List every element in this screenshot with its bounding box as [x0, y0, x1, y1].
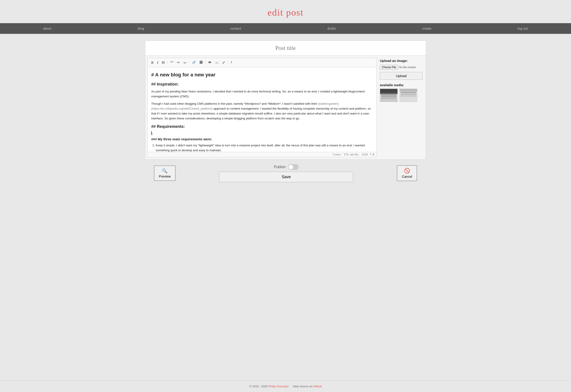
- content-h1: # A new blog for a new year: [151, 71, 373, 79]
- editor-textarea[interactable]: # A new blog for a new year ## Inspirati…: [148, 67, 376, 152]
- toolbar-link-btn[interactable]: 🔗: [191, 60, 197, 65]
- cancel-icon: 🚫: [404, 168, 410, 174]
- nav-item-about[interactable]: about: [38, 23, 57, 34]
- toolbar-italic-btn[interactable]: I: [156, 60, 160, 65]
- toolbar-sep4: [228, 61, 228, 65]
- nav-item-drafts[interactable]: drafts: [322, 23, 341, 34]
- nav-bar: about blog contact drafts create log out: [0, 23, 571, 34]
- content-h2-requirements: ## Requirements:: [151, 123, 373, 130]
- media-thumb-2[interactable]: [399, 89, 417, 102]
- upload-button[interactable]: Upload: [380, 72, 423, 80]
- toggle-slider: [288, 164, 299, 170]
- toolbar-ul-btn[interactable]: •≡: [176, 60, 181, 65]
- content-p2: Though I had used other blogging CMS pla…: [151, 101, 373, 121]
- publish-row: Publish: [274, 164, 299, 170]
- preview-label: Preview: [159, 174, 171, 178]
- available-media-label: available media:: [380, 83, 423, 87]
- page-header: edit post: [0, 0, 571, 23]
- editor-main: B I H “” •≡ 1≡ 🔗 🖼 👁 □□ ⤢ ?: [148, 58, 377, 157]
- footer-source-text: View source on: [293, 385, 313, 388]
- choose-file-button[interactable]: Choose File: [380, 65, 398, 70]
- toolbar-quote-btn[interactable]: “”: [169, 60, 175, 65]
- editor-toolbar: B I H “” •≡ 1≡ 🔗 🖼 👁 □□ ⤢ ?: [148, 58, 376, 67]
- preview-button[interactable]: 🔍 Preview: [154, 166, 176, 181]
- edit-container: A new blog for a new year B I H “” •≡ 1≡…: [145, 41, 426, 160]
- editor-sidebar: Upload an image: Choose File No file cho…: [379, 58, 423, 157]
- nav-item-blog[interactable]: blog: [133, 23, 150, 34]
- post-title-input[interactable]: A new blog for a new year: [145, 41, 426, 56]
- cancel-button[interactable]: 🚫 Cancel: [397, 165, 417, 181]
- media-thumb-1[interactable]: [380, 89, 398, 102]
- publish-label: Publish: [274, 165, 286, 169]
- list-item-1: Keep it simple. I didn't want my "lightw…: [156, 143, 373, 152]
- toolbar-help-btn[interactable]: ?: [229, 60, 234, 65]
- toolbar-image-btn[interactable]: 🖼: [198, 60, 204, 65]
- status-text: lines: 174 words: 1314 7:0: [332, 153, 374, 156]
- editor-wrap: # A new blog for a new year ## Inspirati…: [148, 67, 376, 152]
- page-footer: © 2019 - 2020 Philip Gonzalez View sourc…: [0, 380, 571, 392]
- toolbar-ol-btn[interactable]: 1≡: [182, 60, 188, 65]
- footer-copyright: © 2019 - 2020: [249, 385, 268, 388]
- content-p1: As part of my pending New Years resoluti…: [151, 89, 373, 99]
- publish-toggle[interactable]: [288, 164, 299, 170]
- no-file-text: No file chosen: [399, 66, 416, 69]
- preview-icon: 🔍: [162, 168, 167, 173]
- footer-github-link[interactable]: Github: [313, 385, 322, 388]
- main-content: A new blog for a new year B I H “” •≡ 1≡…: [0, 34, 571, 380]
- cursor-line: |: [151, 131, 373, 135]
- cancel-label: Cancel: [402, 175, 412, 178]
- toolbar-sep1: [167, 61, 167, 65]
- content-list: Keep it simple. I didn't want my "lightw…: [151, 143, 373, 152]
- save-button[interactable]: Save: [219, 172, 353, 182]
- content-h2-inspiration: ## Inspiration:: [151, 81, 373, 88]
- toolbar-heading-btn[interactable]: H: [161, 60, 166, 65]
- editor-status-bar: lines: 174 words: 1314 7:0: [148, 152, 376, 157]
- toolbar-preview-btn[interactable]: 👁: [207, 60, 213, 65]
- nav-item-contact[interactable]: contact: [225, 23, 247, 34]
- media-thumbnails: [380, 89, 423, 102]
- page-title: edit post: [0, 7, 571, 18]
- actions-bar: 🔍 Preview Publish Save 🚫 Cancel: [145, 160, 426, 187]
- nav-item-logout[interactable]: log out: [512, 23, 533, 34]
- upload-label: Upload an image:: [380, 59, 423, 63]
- center-actions: Publish Save: [219, 164, 353, 182]
- toolbar-fullscreen-btn[interactable]: ⤢: [221, 60, 226, 65]
- content-h3: ### My three main requirements were:: [151, 137, 373, 142]
- footer-author-link[interactable]: Philip Gonzalez: [269, 385, 289, 388]
- editor-area: B I H “” •≡ 1≡ 🔗 🖼 👁 □□ ⤢ ?: [145, 56, 426, 159]
- toolbar-bold-btn[interactable]: B: [150, 60, 155, 65]
- nav-item-create[interactable]: create: [417, 23, 437, 34]
- toolbar-sep3: [205, 61, 205, 65]
- toolbar-sep2: [189, 61, 189, 65]
- file-input-row: Choose File No file chosen: [380, 65, 423, 70]
- toolbar-split-btn[interactable]: □□: [214, 60, 220, 65]
